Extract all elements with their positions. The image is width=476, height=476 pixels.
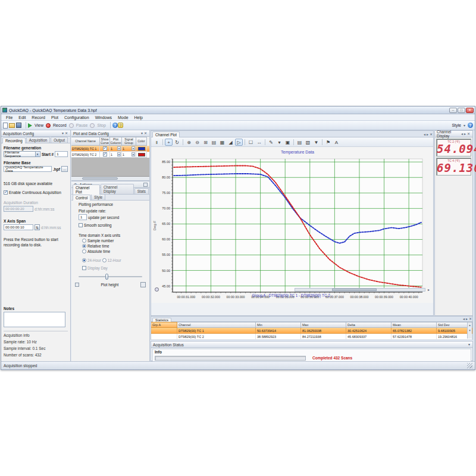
style-dropdown[interactable]: Style: [452, 123, 461, 127]
tab-channel-plot[interactable]: Channel Plot: [73, 184, 100, 195]
chevron-down-icon[interactable]: ▾: [131, 152, 135, 156]
tab-acquisition[interactable]: Acquisition: [26, 137, 50, 143]
actions-expand-icon[interactable]: [143, 183, 148, 187]
title-bar[interactable]: QuickDAQ - QuickDAQ Temperature Data 3.h…: [1, 107, 475, 114]
tab-channel-display[interactable]: Channel Display: [101, 184, 134, 194]
flag-icon[interactable]: ⚑: [324, 139, 332, 146]
grid-header-color[interactable]: Color: [136, 137, 147, 146]
signal-group-cell[interactable]: 1▾: [122, 146, 136, 152]
channel-row[interactable]: DT9829(00) TC 21▾1▾: [71, 152, 149, 158]
menu-mode[interactable]: Mode: [115, 115, 131, 120]
subtab-style[interactable]: Style: [91, 194, 105, 200]
help-icon[interactable]: ?: [468, 123, 473, 128]
stats-header-max[interactable]: Max: [301, 322, 346, 328]
browse-button[interactable]: ...: [61, 166, 68, 172]
continuous-acquisition-checkbox[interactable]: [4, 190, 8, 195]
close-button[interactable]: ✕: [466, 108, 474, 113]
save-plot-icon[interactable]: ▣: [284, 139, 292, 146]
close-panel-icon[interactable]: ✕: [143, 131, 148, 136]
filename-generation-select[interactable]: Filename Sequence ▾: [4, 151, 40, 157]
filename-base-field[interactable]: QuickDAQ Temperature Data: [4, 166, 52, 172]
zoom-window-icon[interactable]: ⊞: [202, 139, 209, 146]
cursor-icon[interactable]: ▷: [235, 139, 243, 146]
show-curve-cell[interactable]: [100, 152, 110, 158]
grid-header-plot-column[interactable]: Plot Column: [110, 137, 122, 146]
update-rate-field[interactable]: 1: [79, 214, 87, 220]
tab-statistics[interactable]: Statistics: [152, 318, 171, 322]
print-icon[interactable]: ▤: [296, 139, 303, 146]
export-icon[interactable]: ▼: [312, 139, 320, 146]
view-button[interactable]: View: [28, 123, 43, 128]
menu-configuration[interactable]: Configuration: [61, 115, 92, 120]
annotation-icon[interactable]: A: [333, 139, 340, 146]
signal-group-cell[interactable]: 1▾: [122, 152, 136, 158]
pause-button[interactable]: Pause: [69, 123, 88, 128]
scroll-right-icon[interactable]: ▸: [428, 287, 430, 292]
plot-pause-icon[interactable]: [155, 287, 159, 292]
close-panel-icon[interactable]: ✕: [64, 131, 68, 136]
radio-sample-number[interactable]: [82, 239, 86, 243]
plot-height-slider[interactable]: [79, 274, 142, 280]
grid-header-channel-name[interactable]: Channel Name: [71, 137, 100, 146]
print-preview-icon[interactable]: ▧: [304, 139, 312, 146]
menu-help[interactable]: Help: [131, 115, 146, 120]
spinner-icon[interactable]: ⇅: [35, 224, 40, 230]
grid-header-show-curve[interactable]: Show Curve: [100, 137, 110, 146]
tab-stats[interactable]: Stats: [134, 188, 149, 194]
color-cell[interactable]: [136, 152, 147, 158]
plot-column-cell[interactable]: 1▾: [110, 146, 122, 152]
menu-file[interactable]: File: [3, 115, 15, 120]
chevron-down-icon[interactable]: ▾: [131, 146, 135, 151]
radio-absolute-time[interactable]: [82, 249, 86, 253]
stats-header-min[interactable]: Min: [256, 322, 301, 328]
menu-windows[interactable]: Windows: [92, 115, 115, 120]
minimize-button[interactable]: –: [449, 108, 457, 113]
grid-header-signal-group[interactable]: Signal Group: [122, 137, 136, 146]
help-icon[interactable]: ?: [112, 123, 118, 128]
grid-icon[interactable]: ▦: [218, 139, 226, 146]
stats-row[interactable]: DT9829(00) TC 238.5889292384.2721193845.…: [151, 334, 472, 340]
new-file-icon[interactable]: [3, 123, 8, 129]
stats-row[interactable]: DT9829(00) TC 150.6373941481.0625003830.…: [151, 328, 472, 334]
menu-edit[interactable]: Edit: [15, 115, 29, 120]
subtab-control[interactable]: Control: [73, 195, 90, 201]
info-icon[interactable]: ?: [118, 123, 123, 128]
resize-grip-icon[interactable]: [467, 363, 472, 368]
chevron-down-icon[interactable]: ▾: [117, 146, 121, 151]
tab-channel-plot[interactable]: Channel Plot: [152, 131, 180, 137]
plot-hscrollbar[interactable]: [295, 288, 425, 292]
zoom-out-icon[interactable]: ⊖: [193, 139, 201, 146]
channel-grid-hscrollbar[interactable]: [71, 177, 149, 181]
x-axis-span-field[interactable]: 00:00:00:10: [4, 224, 33, 230]
stats-header-delta[interactable]: Delta: [346, 322, 392, 328]
radio-relative-time[interactable]: [82, 244, 86, 248]
maximize-button[interactable]: □: [458, 108, 465, 113]
start-number-field[interactable]: 1: [55, 151, 68, 157]
tab-recording[interactable]: Recording: [2, 137, 26, 143]
plot-column-cell[interactable]: 1▾: [110, 152, 122, 158]
select-box-icon[interactable]: ☐: [247, 139, 255, 146]
stats-header-mean[interactable]: Mean: [392, 322, 437, 328]
chevron-down-icon[interactable]: ▾: [463, 123, 466, 128]
stats-header-channel[interactable]: Channel: [177, 322, 256, 328]
stop-button[interactable]: Stop: [90, 123, 105, 128]
tab-output[interactable]: Output: [51, 137, 68, 143]
notes-field[interactable]: [4, 312, 65, 327]
close-panel-icon[interactable]: ✕: [429, 132, 433, 137]
show-curve-checkbox[interactable]: [103, 146, 107, 151]
radio-24-hour[interactable]: [82, 258, 86, 262]
radio-12-hour[interactable]: [102, 258, 107, 262]
pause-display-icon[interactable]: ‖: [153, 139, 161, 146]
channel-row[interactable]: DT9829(00) TC 11▾1▾: [71, 146, 149, 152]
chevron-down-icon[interactable]: ▾: [117, 152, 121, 156]
open-file-icon[interactable]: [9, 123, 15, 128]
pen-dropdown-icon[interactable]: ▾: [275, 139, 283, 146]
show-curve-cell[interactable]: [100, 146, 110, 152]
pan-icon[interactable]: +: [165, 139, 173, 146]
chart-area[interactable]: Temperature DataDeg F45.0050.0055.0060.0…: [151, 147, 433, 303]
save-file-icon[interactable]: [16, 123, 21, 128]
pin-icon[interactable]: ▾: [468, 342, 471, 347]
color-cell[interactable]: [136, 146, 147, 152]
display-day-checkbox[interactable]: [82, 266, 86, 270]
zoom-reset-icon[interactable]: ↻: [173, 139, 181, 146]
